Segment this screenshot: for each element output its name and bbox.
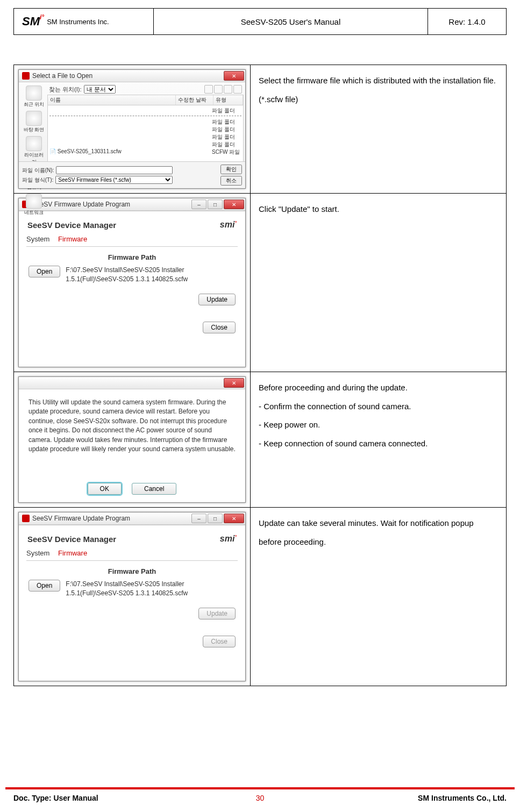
logo: SMi° SM Instruments Inc. bbox=[22, 15, 109, 29]
lookin-label: 찾는 위치(I): bbox=[49, 86, 82, 94]
app-icon bbox=[22, 72, 30, 80]
close-button: Close bbox=[203, 636, 236, 647]
open-button[interactable]: Open bbox=[29, 266, 60, 277]
filename-label: 파일 이름(N): bbox=[22, 167, 54, 174]
places-item[interactable]: 최근 위치 bbox=[22, 86, 46, 108]
app-title: SeeSV Device Manager bbox=[27, 220, 116, 230]
ok-button[interactable]: OK bbox=[88, 483, 122, 495]
folder-icon bbox=[26, 136, 42, 151]
open-button[interactable]: Open bbox=[29, 580, 60, 592]
description-line: - Keep connection of sound camera connec… bbox=[259, 435, 498, 453]
description-cell: Update can take several minutes. Wait fo… bbox=[251, 508, 507, 686]
window-titlebar: ✕ bbox=[19, 377, 245, 389]
minimize-button[interactable]: – bbox=[191, 200, 206, 209]
lookin-select[interactable]: 내 문서 bbox=[84, 85, 116, 94]
tab-firmware[interactable]: Firmware bbox=[58, 235, 87, 243]
folder-icon bbox=[26, 86, 42, 101]
firmware-path-text: F:\07.SeeSV Install\SeeSV-S205 Installer… bbox=[66, 580, 236, 598]
header-logo-cell: SMi° SM Instruments Inc. bbox=[14, 9, 154, 34]
filetype-label: 파일 형식(T): bbox=[22, 176, 53, 184]
close-window-button[interactable]: ✕ bbox=[224, 71, 244, 81]
maximize-button[interactable]: □ bbox=[208, 514, 223, 523]
col-type[interactable]: 유형 bbox=[213, 95, 243, 105]
col-name[interactable]: 이름 bbox=[48, 95, 176, 105]
footer-page-number: 30 bbox=[206, 794, 314, 802]
minimize-button[interactable]: – bbox=[191, 514, 206, 523]
description-line: (*.scfw file) bbox=[259, 90, 498, 109]
description-line: Before proceeding and during the update. bbox=[259, 379, 498, 397]
places-item[interactable]: 네트워크 bbox=[22, 194, 46, 216]
places-bar: 최근 위치바탕 화면라이브러리컴퓨터네트워크 bbox=[20, 84, 47, 172]
open-file-button[interactable]: 확인 bbox=[220, 165, 242, 174]
filetype-select[interactable]: SeeSV Firmware Files (*.scfw) bbox=[55, 176, 173, 184]
description-line: Click "Update" to start. bbox=[259, 200, 498, 219]
app-title: SeeSV Device Manager bbox=[27, 535, 116, 544]
smi-logo-icon: smi° bbox=[220, 220, 237, 230]
cancel-file-button[interactable]: 취소 bbox=[220, 176, 242, 186]
table-row: ✕ This Utility will update the sound cam… bbox=[14, 372, 507, 508]
window-title: SeeSV Firmware Update Program bbox=[32, 201, 190, 208]
steps-table: Select a File to Open ✕ 최근 위치바탕 화면라이브러리컴… bbox=[13, 65, 507, 686]
window-title: SeeSV Firmware Update Program bbox=[32, 515, 190, 522]
doc-header: SMi° SM Instruments Inc. SeeSV-S205 User… bbox=[13, 8, 507, 35]
window-titlebar: SeeSV Firmware Update Program – □ ✕ bbox=[19, 512, 245, 525]
table-row: Select a File to Open ✕ 최근 위치바탕 화면라이브러리컴… bbox=[14, 65, 507, 194]
screenshot-cell: Select a File to Open ✕ 최근 위치바탕 화면라이브러리컴… bbox=[14, 65, 251, 194]
description-line: - Keep power on. bbox=[259, 416, 498, 435]
up-icon[interactable] bbox=[214, 85, 223, 94]
places-item[interactable]: 바탕 화면 bbox=[22, 111, 46, 133]
tab-system[interactable]: System bbox=[26, 235, 49, 243]
window-titlebar: Select a File to Open ✕ bbox=[19, 70, 245, 82]
newfolder-icon[interactable] bbox=[224, 85, 232, 94]
views-icon[interactable] bbox=[233, 85, 242, 94]
description-cell: Before proceeding and during the update.… bbox=[251, 372, 507, 508]
close-button[interactable]: Close bbox=[203, 322, 236, 333]
footer-doc-type: Doc. Type: User Manual bbox=[13, 794, 206, 802]
update-button: Update bbox=[198, 608, 236, 619]
col-date[interactable]: 수정한 날짜 bbox=[176, 95, 213, 105]
close-window-button[interactable]: ✕ bbox=[224, 514, 244, 523]
screenshot-cell: SeeSV Firmware Update Program – □ ✕ SeeS… bbox=[14, 508, 251, 686]
description-cell: Click "Update" to start. bbox=[251, 194, 507, 372]
filename-input[interactable] bbox=[56, 166, 173, 174]
table-row: SeeSV Firmware Update Program – □ ✕ SeeS… bbox=[14, 194, 507, 372]
tab-system[interactable]: System bbox=[26, 549, 49, 557]
footer-company: SM Instruments Co., Ltd. bbox=[314, 794, 507, 802]
header-title: SeeSV-S205 User's Manual bbox=[154, 9, 428, 34]
tab-firmware[interactable]: Firmware bbox=[58, 549, 87, 557]
logo-text: SM Instruments Inc. bbox=[47, 18, 109, 26]
window-title: Select a File to Open bbox=[32, 72, 223, 80]
folder-icon bbox=[26, 194, 42, 209]
firmware-path-text: F:\07.SeeSV Install\SeeSV-S205 Installer… bbox=[66, 266, 236, 284]
panel-title: Firmware Path bbox=[29, 253, 236, 261]
logo-dot-icon: i° bbox=[40, 13, 44, 21]
close-window-button[interactable]: ✕ bbox=[224, 200, 244, 209]
confirm-message: This Utility will update the sound camer… bbox=[19, 389, 245, 478]
screenshot-cell: ✕ This Utility will update the sound cam… bbox=[14, 372, 251, 508]
screenshot-cell: SeeSV Firmware Update Program – □ ✕ SeeS… bbox=[14, 194, 251, 372]
maximize-button[interactable]: □ bbox=[208, 200, 223, 209]
app-icon bbox=[22, 515, 30, 522]
description-line: Select the firmware file which is distri… bbox=[259, 72, 498, 90]
header-rev: Rev: 1.4.0 bbox=[428, 9, 506, 34]
folder-icon bbox=[26, 111, 42, 126]
file-list[interactable]: 파일 폴더 파일 폴더파일 폴더파일 폴더파일 폴더📄 SeeSV-S205_1… bbox=[47, 105, 244, 169]
panel-title: Firmware Path bbox=[29, 567, 236, 575]
table-row: SeeSV Firmware Update Program – □ ✕ SeeS… bbox=[14, 508, 507, 686]
back-icon[interactable] bbox=[204, 85, 213, 94]
smi-logo-icon: smi° bbox=[220, 534, 237, 544]
footer-divider bbox=[5, 787, 515, 789]
close-window-button[interactable]: ✕ bbox=[224, 378, 244, 388]
doc-footer: Doc. Type: User Manual 30 SM Instruments… bbox=[0, 787, 520, 802]
description-cell: Select the firmware file which is distri… bbox=[251, 65, 507, 194]
file-list-header: 이름 수정한 날짜 유형 bbox=[47, 95, 244, 105]
update-button[interactable]: Update bbox=[198, 294, 236, 305]
logo-mark: SMi° bbox=[22, 15, 44, 29]
description-line: - Confirm the connection of sound camera… bbox=[259, 397, 498, 416]
cancel-button[interactable]: Cancel bbox=[132, 483, 176, 495]
window-titlebar: SeeSV Firmware Update Program – □ ✕ bbox=[19, 198, 245, 211]
description-line: Update can take several minutes. Wait fo… bbox=[259, 514, 498, 551]
